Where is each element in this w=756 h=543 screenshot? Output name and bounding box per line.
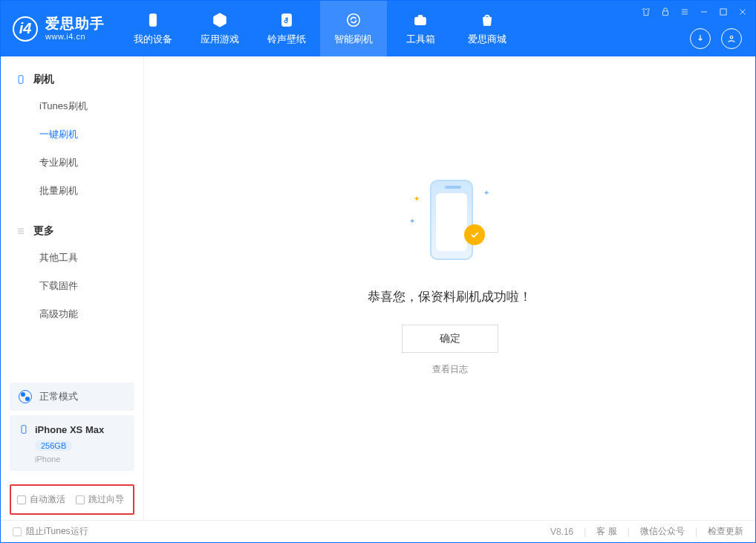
nav-store[interactable]: 爱思商城 [454, 1, 521, 56]
menu-icon[interactable] [678, 5, 691, 19]
sparkle-icon: ✦ [483, 189, 489, 197]
shirt-icon[interactable] [639, 5, 653, 19]
nav-label: 我的设备 [134, 33, 172, 46]
nav-ringtones-wallpapers[interactable]: 铃声壁纸 [253, 1, 320, 56]
checkbox-label: 自动激活 [30, 493, 65, 506]
nav-label: 智能刷机 [334, 33, 373, 46]
wechat-link[interactable]: 微信公众号 [640, 525, 685, 538]
svg-rect-7 [19, 76, 23, 84]
app-name-cn: 爱思助手 [45, 16, 105, 32]
sidebar-item-other-tools[interactable]: 其他工具 [1, 244, 143, 272]
app-header: i4 爱思助手 www.i4.cn 我的设备 应用游戏 铃声壁纸 智能刷机 工具… [1, 1, 755, 56]
app-name-en: www.i4.cn [45, 32, 105, 41]
device-capacity: 256GB [35, 440, 72, 451]
logo-icon: i4 [13, 16, 38, 42]
checkbox-label: 跳过向导 [88, 493, 124, 506]
sidebar-group-label: 更多 [33, 224, 54, 238]
svg-rect-4 [663, 11, 668, 16]
sidebar-item-oneclick-flash[interactable]: 一键刷机 [1, 120, 143, 149]
sidebar-group-flash: 刷机 [1, 67, 143, 92]
checkbox-icon [76, 495, 85, 504]
app-logo[interactable]: i4 爱思助手 www.i4.cn [1, 1, 120, 56]
checkbox-block-itunes[interactable]: 阻止iTunes运行 [13, 525, 88, 538]
refresh-shield-icon [345, 12, 362, 28]
svg-point-6 [730, 36, 733, 39]
checkbox-label: 阻止iTunes运行 [26, 525, 88, 538]
device-icon [145, 12, 161, 28]
support-link[interactable]: 客 服 [596, 525, 616, 538]
list-icon [16, 226, 26, 236]
status-bar: 阻止iTunes运行 V8.16 | 客 服 | 微信公众号 | 检查更新 [1, 520, 755, 542]
mode-icon [19, 390, 32, 403]
svg-rect-3 [418, 15, 423, 17]
ok-button[interactable]: 确定 [402, 325, 498, 353]
nav-label: 爱思商城 [468, 33, 506, 46]
mode-label: 正常模式 [39, 390, 78, 403]
phone-outline-icon [19, 423, 29, 436]
lock-icon[interactable] [659, 5, 672, 19]
app-body: 刷机 iTunes刷机 一键刷机 专业刷机 批量刷机 更多 其他工具 下载固件 … [1, 56, 755, 521]
main-content: ✦ ✦ ✦ 恭喜您，保资料刷机成功啦！ 确定 查看日志 [144, 56, 755, 521]
checkbox-icon [13, 527, 22, 536]
maximize-icon[interactable] [717, 5, 730, 19]
device-type: iPhone [35, 455, 126, 464]
nav-label: 铃声壁纸 [267, 33, 306, 46]
minimize-icon[interactable] [697, 5, 711, 19]
check-update-link[interactable]: 检查更新 [708, 525, 743, 538]
sidebar: 刷机 iTunes刷机 一键刷机 专业刷机 批量刷机 更多 其他工具 下载固件 … [1, 56, 144, 521]
options-highlight-box: 自动激活 跳过向导 [10, 484, 134, 515]
sparkle-icon: ✦ [409, 217, 415, 225]
bag-icon [479, 12, 495, 28]
sidebar-group-more: 更多 [1, 218, 143, 244]
cube-icon [212, 12, 228, 28]
toolbox-icon [412, 12, 428, 28]
sidebar-item-batch-flash[interactable]: 批量刷机 [1, 177, 143, 205]
nav-label: 工具箱 [406, 33, 435, 46]
checkbox-auto-activate[interactable]: 自动激活 [17, 493, 65, 506]
phone-icon [16, 74, 26, 85]
sidebar-scroll: 刷机 iTunes刷机 一键刷机 专业刷机 批量刷机 更多 其他工具 下载固件 … [1, 56, 143, 375]
titlebar-icons [639, 5, 749, 19]
main-nav: 我的设备 应用游戏 铃声壁纸 智能刷机 工具箱 爱思商城 [120, 1, 521, 56]
device-name: iPhone XS Max [35, 424, 104, 435]
version-label: V8.16 [550, 527, 573, 537]
mode-card[interactable]: 正常模式 [10, 383, 134, 411]
nav-toolbox[interactable]: 工具箱 [387, 1, 454, 56]
music-file-icon [278, 12, 295, 28]
sidebar-group-label: 刷机 [33, 73, 54, 86]
svg-rect-0 [149, 13, 156, 26]
phone-graphic [430, 180, 473, 260]
checkbox-icon [17, 495, 26, 504]
nav-label: 应用游戏 [201, 33, 239, 46]
sidebar-item-download-firmware[interactable]: 下载固件 [1, 272, 143, 300]
download-button[interactable] [690, 28, 711, 49]
user-button[interactable] [721, 28, 742, 49]
success-illustration: ✦ ✦ ✦ [409, 172, 491, 269]
sidebar-item-itunes-flash[interactable]: iTunes刷机 [1, 92, 143, 120]
nav-my-device[interactable]: 我的设备 [120, 1, 186, 56]
success-message: 恭喜您，保资料刷机成功啦！ [368, 288, 532, 305]
device-card[interactable]: iPhone XS Max 256GB iPhone [10, 415, 134, 471]
view-log-link[interactable]: 查看日志 [432, 363, 468, 376]
svg-rect-8 [22, 426, 26, 434]
logo-text: 爱思助手 www.i4.cn [45, 16, 105, 41]
check-badge-icon [464, 224, 485, 245]
sidebar-item-advanced[interactable]: 高级功能 [1, 300, 143, 328]
svg-rect-5 [720, 9, 726, 15]
sidebar-item-pro-flash[interactable]: 专业刷机 [1, 149, 143, 177]
nav-smart-flash[interactable]: 智能刷机 [320, 1, 387, 56]
nav-apps-games[interactable]: 应用游戏 [186, 1, 253, 56]
header-right-buttons [690, 28, 742, 49]
close-icon[interactable] [736, 5, 749, 19]
checkbox-skip-guide[interactable]: 跳过向导 [76, 493, 124, 506]
sparkle-icon: ✦ [414, 195, 420, 203]
svg-rect-2 [415, 17, 426, 25]
